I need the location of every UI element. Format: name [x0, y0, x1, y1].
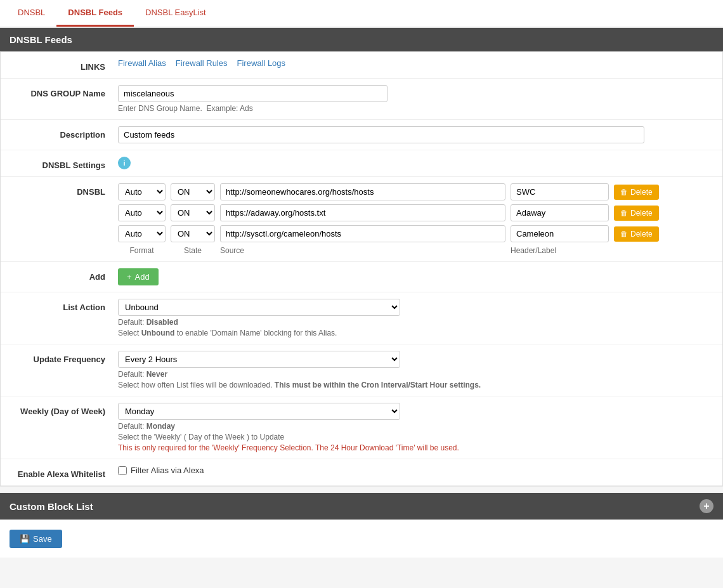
dnsbl-delete-2[interactable]: 🗑 Delete — [614, 206, 659, 221]
update-frequency-select[interactable]: Never Every Hour Every 2 Hours Every 4 H… — [118, 351, 400, 368]
dnsbl-url-2[interactable] — [220, 204, 505, 221]
dnsbl-settings-content: i — [118, 157, 713, 169]
update-frequency-content: Never Every Hour Every 2 Hours Every 4 H… — [118, 351, 713, 389]
dnsbl-settings-label: DNSBL Settings — [10, 157, 118, 170]
weekly-label: Weekly (Day of Week) — [10, 403, 118, 416]
weekly-select[interactable]: Monday Tuesday Wednesday Thursday Friday… — [118, 403, 400, 420]
update-frequency-help: Select how often List files will be down… — [118, 381, 713, 389]
tab-dnsbl-feeds[interactable]: DNSBL Feeds — [56, 0, 134, 27]
list-action-content: Disabled Unbound Redirect Block Default:… — [118, 299, 713, 337]
plus-icon: + — [127, 272, 132, 282]
dnsbl-url-3[interactable] — [220, 225, 505, 242]
alexa-checkbox-label[interactable]: Filter Alias via Alexa — [118, 466, 713, 475]
dnsbl-delete-3[interactable]: 🗑 Delete — [614, 226, 659, 242]
dnsbl-state-3[interactable]: ONOFF — [171, 225, 215, 242]
trash-icon-1: 🗑 — [620, 188, 628, 197]
description-content — [118, 126, 713, 143]
tab-dnsbl[interactable]: DNSBL — [6, 0, 56, 27]
dnsbl-entry-1: AutoHostsUnixCIDRRegex ONOFF 🗑 Delete — [118, 183, 713, 200]
alexa-checkbox[interactable] — [118, 466, 127, 475]
dnsbl-format-1[interactable]: AutoHostsUnixCIDRRegex — [118, 183, 166, 200]
firewall-rules-link[interactable]: Firewall Rules — [176, 58, 228, 68]
dnsbl-col-headers: Format State Source Header/Label — [118, 246, 713, 255]
list-action-row: List Action Disabled Unbound Redirect Bl… — [1, 292, 722, 344]
col-label-header: Header/Label — [511, 246, 609, 255]
info-icon[interactable]: i — [118, 157, 131, 169]
links-row: LINKS Firewall Alias Firewall Rules Fire… — [1, 52, 722, 79]
col-state-header: State — [171, 246, 215, 255]
alexa-row: Enable Alexa Whitelist Filter Alias via … — [1, 459, 722, 486]
weekly-default: Default: Monday — [118, 422, 713, 431]
dns-group-label: DNS GROUP Name — [10, 85, 118, 98]
dnsbl-content: AutoHostsUnixCIDRRegex ONOFF 🗑 Delete — [118, 183, 713, 255]
trash-icon-2: 🗑 — [620, 209, 628, 218]
update-frequency-row: Update Frequency Never Every Hour Every … — [1, 344, 722, 396]
weekly-content: Monday Tuesday Wednesday Thursday Friday… — [118, 403, 713, 452]
section-header: DNSBL Feeds — [0, 28, 723, 51]
custom-block-list-title: Custom Block List — [10, 501, 93, 512]
custom-block-list-expand[interactable]: + — [700, 499, 713, 513]
custom-block-list-header: Custom Block List + — [0, 493, 723, 519]
section-title: DNSBL Feeds — [10, 34, 72, 45]
alexa-checkbox-text: Filter Alias via Alexa — [131, 466, 204, 475]
firewall-logs-link[interactable]: Firewall Logs — [237, 58, 286, 68]
links-content: Firewall Alias Firewall Rules Firewall L… — [118, 58, 713, 68]
dnsbl-header-1[interactable] — [511, 183, 609, 200]
dnsbl-header-3[interactable] — [511, 225, 609, 242]
add-content: + Add — [118, 268, 713, 285]
weekly-help1: Select the 'Weekly' ( Day of the Week ) … — [118, 433, 713, 441]
dnsbl-delete-1[interactable]: 🗑 Delete — [614, 185, 659, 200]
main-content: LINKS Firewall Alias Firewall Rules Fire… — [0, 51, 723, 487]
trash-icon-3: 🗑 — [620, 230, 628, 238]
weekly-row: Weekly (Day of Week) Monday Tuesday Wedn… — [1, 396, 722, 459]
list-action-help: Select Unbound to enable 'Domain Name' b… — [118, 329, 713, 337]
update-frequency-label: Update Frequency — [10, 351, 118, 364]
tab-dnsbl-easylist[interactable]: DNSBL EasyList — [134, 0, 218, 27]
alexa-label: Enable Alexa Whitelist — [10, 466, 118, 479]
col-source-header: Source — [220, 246, 505, 255]
list-action-label: List Action — [10, 299, 118, 312]
dnsbl-state-1[interactable]: ONOFF — [171, 183, 215, 200]
dnsbl-entry-2: AutoHostsUnixCIDRRegex ONOFF 🗑 Delete — [118, 204, 713, 221]
save-button[interactable]: 💾 Save — [10, 530, 62, 548]
firewall-alias-link[interactable]: Firewall Alias — [118, 58, 166, 68]
dnsbl-url-1[interactable] — [220, 183, 505, 200]
save-icon: 💾 — [20, 534, 30, 544]
links-label: LINKS — [10, 58, 118, 72]
list-action-select[interactable]: Disabled Unbound Redirect Block — [118, 299, 400, 316]
description-row: Description — [1, 120, 722, 150]
alexa-content: Filter Alias via Alexa — [118, 466, 713, 475]
dnsbl-settings-row: DNSBL Settings i — [1, 150, 722, 177]
dnsbl-row: DNSBL AutoHostsUnixCIDRRegex ONOFF 🗑 Del… — [1, 177, 722, 262]
add-button[interactable]: + Add — [118, 268, 159, 285]
add-row: Add + Add — [1, 262, 722, 292]
dns-group-content: Enter DNS Group Name. Example: Ads — [118, 85, 713, 113]
top-tabs: DNSBL DNSBL Feeds DNSBL EasyList — [0, 0, 723, 28]
dns-group-help: Enter DNS Group Name. Example: Ads — [118, 104, 713, 113]
save-section: 💾 Save — [0, 519, 723, 558]
col-format-header: Format — [118, 246, 166, 255]
dnsbl-state-2[interactable]: ONOFF — [171, 204, 215, 221]
dnsbl-label: DNSBL — [10, 183, 118, 197]
dnsbl-format-2[interactable]: AutoHostsUnixCIDRRegex — [118, 204, 166, 221]
dnsbl-header-2[interactable] — [511, 204, 609, 221]
dnsbl-entry-3: AutoHostsUnixCIDRRegex ONOFF 🗑 Delete — [118, 225, 713, 242]
description-input[interactable] — [118, 126, 644, 143]
add-label: Add — [10, 268, 118, 282]
dnsbl-format-3[interactable]: AutoHostsUnixCIDRRegex — [118, 225, 166, 242]
weekly-help2: This is only required for the 'Weekly' F… — [118, 443, 713, 452]
description-label: Description — [10, 126, 118, 140]
dns-group-row: DNS GROUP Name Enter DNS Group Name. Exa… — [1, 79, 722, 120]
update-frequency-default: Default: Never — [118, 370, 713, 379]
list-action-default: Default: Disabled — [118, 318, 713, 327]
dns-group-input[interactable] — [118, 85, 388, 102]
